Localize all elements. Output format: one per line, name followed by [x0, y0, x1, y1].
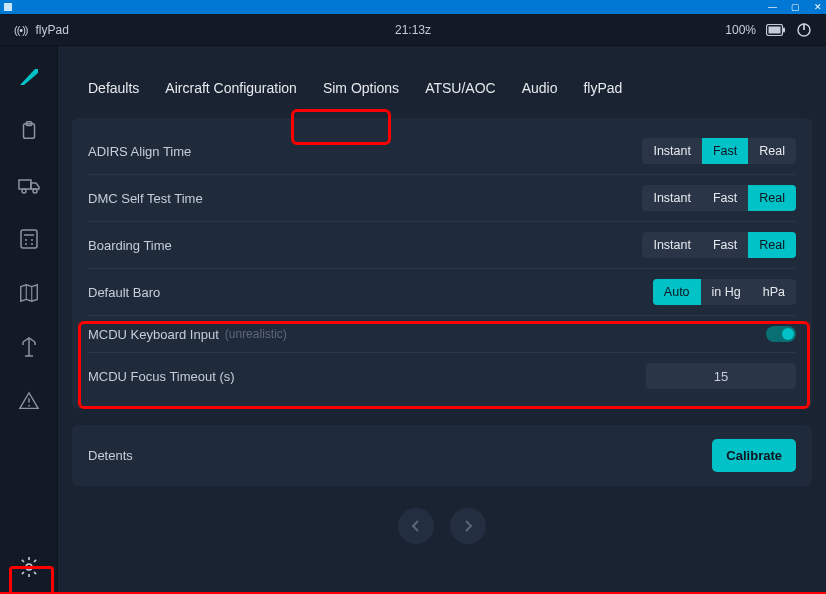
dmc-instant[interactable]: Instant [642, 185, 702, 211]
mcdu-kb-label: MCDU Keyboard Input (unrealistic) [88, 327, 287, 342]
adirs-pills: Instant Fast Real [642, 138, 796, 164]
baro-inhg[interactable]: in Hg [701, 279, 752, 305]
window-controls: — ▢ ✕ [768, 3, 822, 12]
tail-icon[interactable] [16, 64, 42, 90]
os-titlebar: — ▢ ✕ [0, 0, 826, 14]
calibrate-button[interactable]: Calibrate [712, 439, 796, 472]
svg-point-13 [31, 239, 33, 241]
svg-point-15 [31, 243, 33, 245]
tab-audio[interactable]: Audio [512, 72, 568, 104]
dmc-pills: Instant Fast Real [642, 185, 796, 211]
mcdu-to-label: MCDU Focus Timeout (s) [88, 369, 235, 384]
row-mcdu-keyboard: MCDU Keyboard Input (unrealistic) [88, 316, 796, 353]
tab-sim-options[interactable]: Sim Options [313, 72, 409, 104]
row-baro: Default Baro Auto in Hg hPa [88, 269, 796, 316]
svg-rect-10 [21, 230, 37, 248]
tabs: Defaults Aircraft Configuration Sim Opti… [72, 64, 812, 112]
sidebar [0, 46, 58, 594]
svg-point-12 [25, 239, 27, 241]
boarding-label: Boarding Time [88, 238, 172, 253]
pager-prev[interactable] [398, 508, 434, 544]
board-instant[interactable]: Instant [642, 232, 702, 258]
mcdu-kb-toggle[interactable] [766, 326, 796, 342]
clock: 21:13z [395, 23, 431, 37]
board-fast[interactable]: Fast [702, 232, 748, 258]
gear-icon[interactable] [16, 554, 42, 580]
svg-rect-1 [769, 26, 781, 33]
adirs-real[interactable]: Real [748, 138, 796, 164]
power-icon[interactable] [796, 22, 812, 38]
mcdu-timeout-input[interactable] [646, 363, 796, 389]
calculator-icon[interactable] [16, 226, 42, 252]
row-dmc: DMC Self Test Time Instant Fast Real [88, 175, 796, 222]
adirs-instant[interactable]: Instant [642, 138, 702, 164]
app-title: flyPad [36, 23, 69, 37]
mcdu-kb-text: MCDU Keyboard Input [88, 327, 219, 342]
main-panel: Defaults Aircraft Configuration Sim Opti… [58, 46, 826, 594]
row-adirs: ADIRS Align Time Instant Fast Real [88, 128, 796, 175]
baro-label: Default Baro [88, 285, 160, 300]
titlebar-left [4, 3, 12, 11]
board-real[interactable]: Real [748, 232, 796, 258]
pager-next[interactable] [450, 508, 486, 544]
adirs-fast[interactable]: Fast [702, 138, 748, 164]
detents-block: Detents Calibrate [72, 425, 812, 486]
dmc-fast[interactable]: Fast [702, 185, 748, 211]
tab-aircraft-config[interactable]: Aircraft Configuration [155, 72, 307, 104]
tab-defaults[interactable]: Defaults [78, 72, 149, 104]
battery-icon [766, 24, 786, 36]
dmc-label: DMC Self Test Time [88, 191, 203, 206]
svg-point-9 [33, 189, 37, 193]
svg-point-23 [28, 405, 30, 407]
dmc-real[interactable]: Real [748, 185, 796, 211]
map-icon[interactable] [16, 280, 42, 306]
baro-hpa[interactable]: hPa [752, 279, 796, 305]
signal-icon: ((•)) [14, 24, 28, 36]
row-boarding: Boarding Time Instant Fast Real [88, 222, 796, 269]
maximize-button[interactable]: ▢ [791, 3, 800, 12]
baro-auto[interactable]: Auto [653, 279, 701, 305]
minimize-button[interactable]: — [768, 3, 777, 12]
adirs-label: ADIRS Align Time [88, 144, 191, 159]
tab-flypad[interactable]: flyPad [573, 72, 632, 104]
settings-content: ADIRS Align Time Instant Fast Real DMC S… [72, 118, 812, 409]
tab-atsu-aoc[interactable]: ATSU/AOC [415, 72, 506, 104]
app-icon [4, 3, 12, 11]
app-header: ((•)) flyPad 21:13z 100% [0, 14, 826, 46]
row-mcdu-timeout: MCDU Focus Timeout (s) [88, 353, 796, 399]
mcdu-kb-hint: (unrealistic) [225, 327, 287, 341]
svg-point-8 [22, 189, 26, 193]
atc-tower-icon[interactable] [16, 334, 42, 360]
warning-icon[interactable] [16, 388, 42, 414]
close-button[interactable]: ✕ [814, 3, 822, 12]
svg-point-14 [25, 243, 27, 245]
pager [72, 508, 812, 544]
boarding-pills: Instant Fast Real [642, 232, 796, 258]
detents-label: Detents [88, 448, 133, 463]
svg-point-24 [26, 564, 32, 570]
clipboard-icon[interactable] [16, 118, 42, 144]
flypad-app: ((•)) flyPad 21:13z 100% [0, 14, 826, 594]
svg-rect-7 [19, 180, 31, 189]
svg-rect-2 [783, 27, 785, 32]
battery-percent: 100% [725, 23, 756, 37]
baro-pills: Auto in Hg hPa [653, 279, 796, 305]
truck-icon[interactable] [16, 172, 42, 198]
